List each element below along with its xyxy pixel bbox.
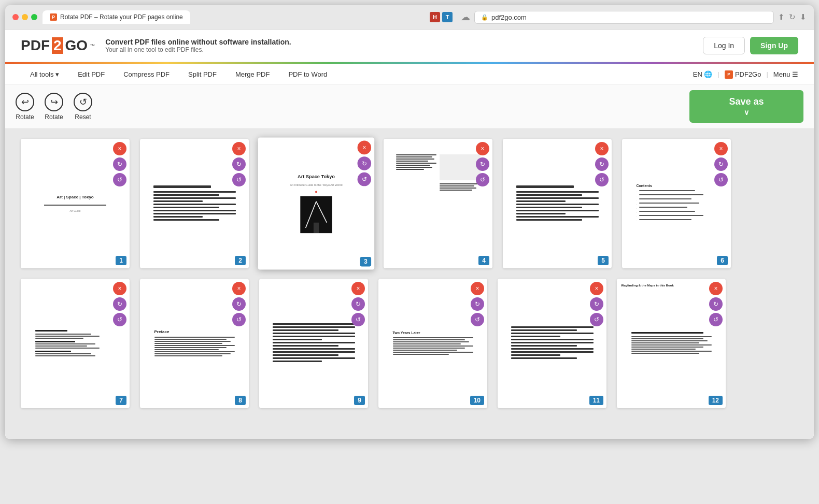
page-6-rotate-right-button[interactable]: ↻ — [714, 157, 728, 171]
rotate-left-label: Rotate — [16, 113, 34, 121]
page-3-rotate-left-button[interactable]: ↺ — [358, 172, 372, 186]
active-tab[interactable]: P Rotate PDF – Rotate your PDF pages onl… — [43, 10, 190, 24]
page-2-content — [150, 181, 239, 226]
page-3-delete-button[interactable]: × — [358, 141, 372, 155]
page-11-rotate-right-button[interactable]: ↻ — [590, 297, 603, 311]
page-7-controls: × ↻ ↺ — [113, 282, 126, 326]
page-11-delete-button[interactable]: × — [590, 282, 603, 295]
close-window-button[interactable] — [12, 14, 19, 20]
nav-divider: | — [718, 70, 719, 78]
page-1-delete-button[interactable]: × — [113, 142, 126, 155]
page-10-rotate-left-button[interactable]: ↺ — [471, 313, 484, 326]
page-11-rotate-left-button[interactable]: ↺ — [590, 313, 603, 326]
site-nav: All tools ▾ Edit PDF Compress PDF Split … — [5, 64, 814, 85]
page-2-rotate-right-button[interactable]: ↻ — [232, 157, 246, 171]
page-4-rotate-left-button[interactable]: ↺ — [476, 173, 489, 186]
page-8-delete-button[interactable]: × — [232, 282, 246, 295]
logo-go-text: GO — [65, 37, 88, 54]
page-1-thumbnail: Art | Space | Tokyo Art Guide — [26, 144, 124, 263]
page-6-delete-button[interactable]: × — [714, 142, 728, 155]
page-3-rotate-right-button[interactable]: ↻ — [358, 156, 372, 170]
nav-merge-pdf[interactable]: Merge PDF — [226, 64, 279, 84]
page-7-rotate-left-button[interactable]: ↺ — [113, 313, 126, 326]
login-button[interactable]: Log In — [703, 37, 745, 54]
pages-row-1: × ↻ ↺ Art | Space | Tokyo Art Guide 1 — [21, 139, 798, 268]
page-12-number: 12 — [709, 396, 723, 405]
page-3-image — [300, 196, 332, 233]
page-1-rotate-right-button[interactable]: ↻ — [113, 157, 126, 171]
page-5-delete-button[interactable]: × — [595, 142, 609, 155]
nav-split-pdf[interactable]: Split PDF — [179, 64, 226, 84]
reset-button[interactable]: ↺ Reset — [74, 93, 92, 121]
nav-edit-pdf[interactable]: Edit PDF — [68, 64, 114, 84]
nav-lang[interactable]: EN 🌐 — [693, 70, 713, 78]
page-10-rotate-right-button[interactable]: ↻ — [471, 297, 484, 311]
page-12-rotate-right-button[interactable]: ↻ — [709, 297, 723, 311]
address-bar[interactable]: 🔒 pdf2go.com — [474, 11, 774, 24]
signup-button[interactable]: Sign Up — [750, 37, 798, 54]
page-item-4[interactable]: × ↻ ↺ — [384, 139, 492, 268]
page-item-3[interactable]: × ↻ ↺ Art Space Tokyo An Intimate Guide … — [258, 138, 374, 270]
page-item-9[interactable]: × ↻ ↺ — [259, 279, 368, 408]
page-item-11[interactable]: × ↻ ↺ — [498, 279, 606, 408]
page-item-12[interactable]: × ↻ ↺ — [617, 279, 726, 408]
page-item-1[interactable]: × ↻ ↺ Art | Space | Tokyo Art Guide 1 — [21, 139, 130, 268]
nav-divider2: | — [766, 70, 768, 78]
pages-container: × ↻ ↺ Art | Space | Tokyo Art Guide 1 — [5, 128, 814, 439]
page-12-delete-button[interactable]: × — [709, 282, 723, 295]
nav-items: All tools ▾ Edit PDF Compress PDF Split … — [21, 64, 693, 84]
page-10-delete-button[interactable]: × — [471, 282, 484, 295]
page-item-10[interactable]: × ↻ ↺ Two Years Later — [378, 279, 487, 408]
page-1-rotate-left-button[interactable]: ↺ — [113, 173, 126, 186]
page-6-content: Contents · · · — [632, 180, 721, 227]
page-4-controls: × ↻ ↺ — [476, 142, 489, 186]
site-header: PDF 2 GO ™ Convert PDF files online with… — [5, 30, 814, 62]
nav-brand[interactable]: P PDF2Go — [725, 70, 761, 79]
page-2-rotate-left-button[interactable]: ↺ — [232, 173, 246, 186]
page-12-title-text: Wayfinding & the Maps in this Book — [622, 284, 708, 287]
page-10-thumbnail: Two Years Later — [384, 284, 482, 403]
page-4-content — [394, 150, 483, 257]
page-9-number: 9 — [354, 396, 365, 405]
page-4-delete-button[interactable]: × — [476, 142, 489, 155]
page-9-rotate-left-button[interactable]: ↺ — [351, 313, 365, 326]
pages-row-2: × ↻ ↺ — [21, 279, 798, 408]
rotate-left-button[interactable]: ↩ Rotate — [16, 93, 34, 121]
page-12-rotate-left-button[interactable]: ↺ — [709, 313, 723, 326]
page-5-controls: × ↻ ↺ — [595, 142, 609, 186]
page-9-delete-button[interactable]: × — [351, 282, 365, 295]
nav-menu[interactable]: Menu ☰ — [773, 70, 798, 78]
page-1-title: Art | Space | Tokyo — [57, 195, 93, 200]
share-icon: ⬆ — [778, 12, 785, 22]
page-item-5[interactable]: × ↻ ↺ — [503, 139, 612, 268]
save-as-button[interactable]: Save as ∨ — [689, 90, 803, 123]
minimize-window-button[interactable] — [22, 14, 28, 20]
page-4-rotate-right-button[interactable]: ↻ — [476, 157, 489, 171]
nav-pdf-to-word[interactable]: PDF to Word — [279, 64, 336, 84]
extension-icons: H T — [430, 12, 453, 22]
rotate-right-button[interactable]: ↪ Rotate — [45, 93, 63, 121]
page-8-rotate-left-button[interactable]: ↺ — [232, 313, 246, 326]
refresh-icon[interactable]: ↻ — [789, 12, 796, 22]
page-7-rotate-right-button[interactable]: ↻ — [113, 297, 126, 311]
page-item-6[interactable]: × ↻ ↺ Contents · · — [622, 139, 731, 268]
page-7-delete-button[interactable]: × — [113, 282, 126, 295]
extension-t-icon[interactable]: T — [442, 12, 453, 22]
page-2-delete-button[interactable]: × — [232, 142, 246, 155]
page-5-rotate-left-button[interactable]: ↺ — [595, 173, 609, 186]
page-item-2[interactable]: × ↻ ↺ — [140, 139, 249, 268]
page-8-rotate-right-button[interactable]: ↻ — [232, 297, 246, 311]
extension-h-icon[interactable]: H — [430, 12, 440, 22]
page-item-7[interactable]: × ↻ ↺ — [21, 279, 130, 408]
nav-compress-pdf[interactable]: Compress PDF — [114, 64, 179, 84]
page-item-8[interactable]: × ↻ ↺ Preface — [140, 279, 249, 408]
page-5-rotate-right-button[interactable]: ↻ — [595, 157, 609, 171]
maximize-window-button[interactable] — [31, 14, 37, 20]
page-6-title: Contents — [637, 184, 717, 188]
page-9-rotate-right-button[interactable]: ↻ — [351, 297, 365, 311]
nav-all-tools[interactable]: All tools ▾ — [21, 64, 68, 84]
download-icon[interactable]: ⬇ — [800, 12, 807, 22]
page-9-content — [270, 319, 358, 368]
logo-2-text: 2 — [52, 37, 63, 54]
page-6-rotate-left-button[interactable]: ↺ — [714, 173, 728, 186]
